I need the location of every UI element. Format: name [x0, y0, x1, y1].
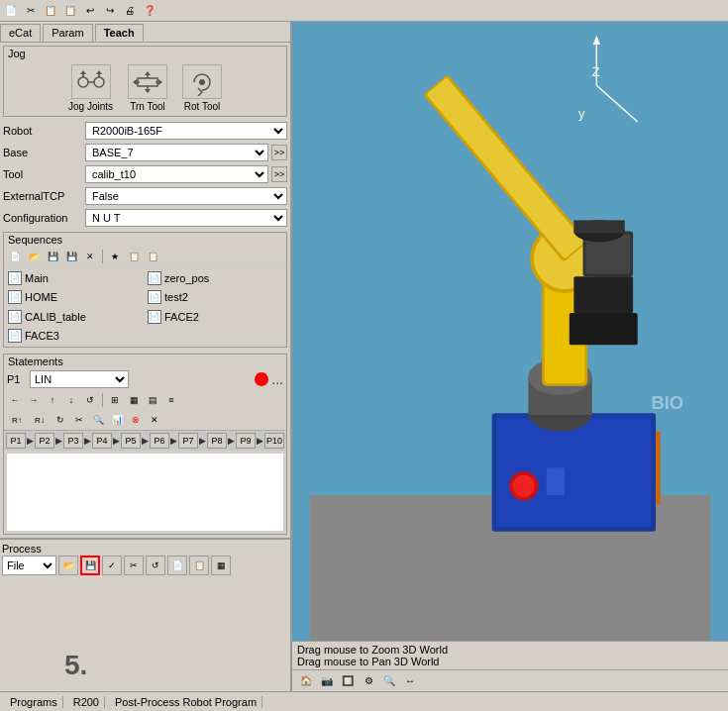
help-icon[interactable]: ❓ — [141, 2, 158, 20]
vp-icon-6[interactable]: ↔ — [401, 672, 419, 690]
point-p9[interactable]: P9 — [236, 433, 256, 449]
rot-tool-button[interactable]: Rot Tool — [182, 64, 222, 112]
base-row: Base BASE_7 >> — [0, 142, 290, 163]
point-p8[interactable]: P8 — [207, 433, 227, 449]
viewport-3d[interactable]: Z y BIO — [292, 22, 728, 641]
vp-icon-3[interactable]: 🔲 — [339, 672, 357, 690]
stmt-arrow-left-icon[interactable]: ← — [6, 392, 24, 408]
content-area: eCat Param Teach Jog — [0, 22, 728, 691]
stmt-scissors-icon[interactable]: ✂ — [70, 412, 88, 428]
jog-joints-button[interactable]: Jog Joints — [68, 64, 113, 112]
statement-type-select[interactable]: LIN PTP CIRC — [30, 370, 129, 388]
stmt-arrow-right-icon[interactable]: → — [25, 392, 43, 408]
trn-tool-button[interactable]: Trn Tool — [128, 64, 167, 112]
stmt-rotate-left-icon[interactable]: ↺ — [81, 392, 99, 408]
stmt-list-icon[interactable]: ≡ — [162, 392, 180, 408]
seq-item-main[interactable]: 📄 Main — [6, 269, 145, 287]
process-btn-7[interactable]: 📋 — [189, 556, 209, 575]
stmt-sep1 — [102, 393, 103, 407]
stmt-r1-icon[interactable]: R↑ — [6, 412, 28, 428]
cut-icon[interactable]: ✂ — [22, 2, 40, 20]
seq-copy-icon[interactable]: 📋 — [125, 249, 143, 264]
seq-star-icon[interactable]: ★ — [106, 249, 124, 264]
stmt-table-icon[interactable]: ▦ — [125, 392, 143, 408]
viewport-status: Drag mouse to Zoom 3D World Drag mouse t… — [292, 641, 728, 669]
point-p6[interactable]: P6 — [150, 433, 169, 449]
tab-param[interactable]: Param — [43, 24, 92, 42]
record-dot[interactable] — [255, 372, 268, 386]
external-tcp-select[interactable]: False — [85, 187, 287, 205]
svg-rect-31 — [570, 313, 638, 345]
tabs-row: eCat Param Teach — [0, 22, 290, 43]
tab-ecat[interactable]: eCat — [0, 24, 41, 42]
point-p2[interactable]: P2 — [35, 433, 54, 449]
new-icon[interactable]: 📄 — [2, 2, 20, 20]
vp-icon-4[interactable]: ⚙ — [360, 672, 377, 690]
stmt-chart-icon[interactable]: 📊 — [108, 412, 126, 428]
tool-select[interactable]: calib_t10 — [85, 165, 268, 183]
robot-label: Robot — [3, 125, 82, 137]
process-btn-8[interactable]: ▦ — [211, 556, 231, 575]
rot-tool-icon — [182, 64, 222, 99]
status-r200: R200 — [68, 696, 105, 708]
base-select[interactable]: BASE_7 — [85, 144, 268, 161]
print-icon[interactable]: 🖨 — [121, 2, 139, 20]
jog-title: Jog — [4, 47, 286, 60]
seq-item-test2[interactable]: 📄 test2 — [146, 288, 284, 306]
point-label: P1 — [7, 373, 27, 385]
paste-icon[interactable]: 📋 — [61, 2, 79, 20]
configuration-label: Configuration — [3, 212, 82, 224]
seq-delete-icon[interactable]: ✕ — [81, 249, 99, 264]
seq-save-icon[interactable]: 💾 — [44, 249, 61, 264]
process-type-select[interactable]: File — [2, 556, 56, 575]
stmt-refresh-icon[interactable]: ↻ — [52, 412, 69, 428]
stmt-r2-icon[interactable]: R↓ — [29, 412, 51, 428]
seq-save2-icon[interactable]: 💾 — [62, 249, 80, 264]
seq-item-face2[interactable]: 📄 FACE2 — [146, 308, 284, 326]
seq-new-icon[interactable]: 📄 — [6, 249, 24, 264]
base-arrow[interactable]: >> — [271, 145, 287, 160]
seq-item-zero-pos[interactable]: 📄 zero_pos — [146, 269, 284, 287]
tab-teach[interactable]: Teach — [95, 24, 144, 42]
point-p7[interactable]: P7 — [178, 433, 198, 449]
seq-paste-icon[interactable]: 📋 — [144, 249, 161, 264]
vp-icon-1[interactable]: 🏠 — [297, 672, 315, 690]
seq-item-face3[interactable]: 📄 FACE3 — [6, 327, 145, 345]
process-btn-5[interactable]: ↺ — [146, 556, 165, 575]
vp-icon-2[interactable]: 📷 — [318, 672, 336, 690]
point-p10[interactable]: P10 — [264, 433, 284, 449]
seq-file-icon-test2: 📄 — [148, 290, 161, 304]
tool-arrow[interactable]: >> — [271, 166, 287, 182]
point-p3[interactable]: P3 — [63, 433, 83, 449]
stmt-search-icon[interactable]: 🔍 — [89, 412, 107, 428]
redo-icon[interactable]: ↪ — [101, 2, 119, 20]
process-btn-6[interactable]: 📄 — [167, 556, 187, 575]
svg-point-16 — [513, 475, 535, 497]
point-arrow-1: ▶ — [27, 436, 34, 446]
status-programs: Programs — [5, 696, 63, 708]
process-btn-1[interactable]: 📂 — [58, 556, 78, 575]
stmt-error-icon[interactable]: ⊗ — [127, 412, 145, 428]
stmt-x-icon[interactable]: ✕ — [146, 412, 163, 428]
viewport[interactable]: Z y BIO Drag mouse to Zoom 3D World Drag… — [292, 22, 728, 691]
seq-file-icon-home: 📄 — [8, 290, 22, 304]
point-p1[interactable]: P1 — [6, 433, 26, 449]
vp-icon-5[interactable]: 🔍 — [380, 672, 398, 690]
more-options[interactable]: ... — [271, 371, 283, 387]
seq-open-icon[interactable]: 📂 — [25, 249, 43, 264]
stmt-up-icon[interactable]: ↑ — [44, 392, 61, 408]
seq-item-home[interactable]: 📄 HOME — [6, 288, 145, 306]
point-p4[interactable]: P4 — [92, 433, 112, 449]
point-p5[interactable]: P5 — [121, 433, 141, 449]
robot-select[interactable]: R2000iB-165F — [85, 122, 287, 140]
undo-icon[interactable]: ↩ — [81, 2, 99, 20]
configuration-select[interactable]: N U T — [85, 209, 287, 227]
process-btn-3[interactable]: ✓ — [102, 556, 122, 575]
copy-icon[interactable]: 📋 — [42, 2, 59, 20]
seq-item-calib-table[interactable]: 📄 CALIB_table — [6, 308, 145, 326]
stmt-down-icon[interactable]: ↓ — [62, 392, 80, 408]
stmt-insert-icon[interactable]: ⊞ — [106, 392, 124, 408]
stmt-grid-icon[interactable]: ▤ — [144, 392, 161, 408]
process-btn-highlight[interactable]: 💾 — [80, 556, 100, 575]
process-btn-4[interactable]: ✂ — [124, 556, 144, 575]
